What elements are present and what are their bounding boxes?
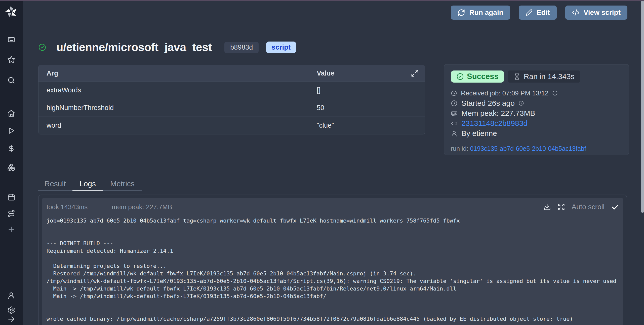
view-script-button[interactable]: View script (565, 6, 627, 20)
window-top-strip (0, 0, 644, 1)
page-title: u/etienne/microsoft_java_test (56, 41, 212, 54)
tab-logs[interactable]: Logs (72, 176, 103, 191)
run-id-link[interactable]: 0193c135-ab7d-60e5-2b10-04b5ac13fabf (470, 145, 586, 152)
args-table: Arg Value extraWords [] highNumberThresh… (38, 65, 425, 134)
received-label: Received job: 07:09 PM 13/12 (461, 89, 548, 97)
user-icon[interactable] (7, 292, 15, 300)
sidebar (0, 0, 23, 325)
search-icon[interactable] (7, 76, 15, 84)
page-scrollbar[interactable] (641, 1, 644, 213)
collapse-arrow-icon[interactable] (7, 315, 15, 323)
run-again-label: Run again (469, 9, 503, 17)
star-icon[interactable] (7, 56, 15, 64)
auto-scroll-label: Auto scroll (572, 203, 605, 211)
script-kind-badge[interactable]: script (266, 42, 296, 53)
title-row: u/etienne/microsoft_java_test b8983d scr… (38, 40, 296, 55)
add-icon[interactable] (7, 225, 15, 233)
arg-name: highNumberThreshold (38, 104, 317, 112)
check-circle-icon (456, 73, 464, 80)
mem-peak-label: Mem peak: 227.73MB (461, 109, 535, 118)
runs-icon[interactable] (7, 127, 15, 135)
args-table-header: Arg Value (38, 65, 425, 81)
user-icon (451, 130, 458, 137)
triggered-by-label: By etienne (461, 129, 497, 138)
schedules-icon[interactable] (7, 193, 15, 201)
edit-button[interactable]: Edit (519, 6, 557, 20)
status-label: Success (467, 72, 499, 81)
status-panel: Success Ran in 14.343s Received job: 07:… (444, 64, 629, 155)
memory-icon (451, 110, 458, 117)
run-again-button[interactable]: Run again (451, 6, 510, 20)
log-header: took 14343ms mem peak: 227.7MB Auto scro… (42, 198, 623, 214)
edit-label: Edit (537, 9, 550, 17)
expand-args-icon[interactable] (411, 69, 419, 77)
expand-log-icon[interactable] (557, 203, 565, 211)
column-header-arg: Arg (38, 69, 317, 77)
hourglass-icon (514, 73, 520, 80)
download-log-icon[interactable] (543, 203, 551, 211)
routes-icon[interactable] (7, 209, 15, 218)
log-took: took 14343ms (47, 203, 88, 211)
info-icon[interactable] (552, 90, 558, 96)
status-badge: Success (451, 70, 504, 83)
tab-result[interactable]: Result (38, 176, 72, 191)
code-icon (572, 9, 580, 16)
script-hash-link[interactable]: 23131148c2b8983d (461, 119, 528, 128)
log-content[interactable]: job=0193c135-ab7d-60e5-2b10-04b5ac13fabf… (42, 214, 623, 323)
usage-icon[interactable] (7, 145, 15, 153)
success-check-circle-icon (38, 43, 46, 51)
column-header-value: Value (317, 69, 335, 77)
tab-content-container: took 14343ms mem peak: 227.7MB Auto scro… (38, 195, 627, 325)
received-row: Received job: 07:09 PM 13/12 (451, 88, 622, 98)
mem-peak-row: Mem peak: 227.73MB (451, 108, 622, 118)
result-tabs: Result Logs Metrics (38, 176, 142, 191)
started-row: Started 26s ago (451, 98, 622, 108)
pencil-icon (526, 9, 533, 16)
refresh-icon (458, 9, 465, 16)
started-label: Started 26s ago (461, 99, 515, 107)
auto-scroll-checkbox[interactable] (611, 203, 619, 211)
code-icon (451, 120, 458, 127)
arg-value: "clue" (317, 122, 334, 129)
view-script-label: View script (584, 9, 621, 17)
info-icon[interactable] (518, 100, 524, 106)
duration-chip: Ran in 14.343s (508, 70, 580, 83)
sidebar-divider (0, 23, 23, 23)
arg-value: 50 (317, 104, 324, 112)
table-row[interactable]: highNumberThreshold 50 (38, 99, 425, 117)
log-panel: took 14343ms mem peak: 227.7MB Auto scro… (42, 198, 623, 325)
log-mem-peak: mem peak: 227.7MB (112, 203, 172, 211)
run-id-row: run id: 0193c135-ab7d-60e5-2b10-04b5ac13… (451, 145, 622, 152)
apps-icon[interactable] (7, 36, 15, 44)
arg-value: [] (317, 86, 320, 94)
triggered-by-row: By etienne (451, 128, 622, 138)
home-icon[interactable] (7, 109, 15, 117)
log-actions: Auto scroll (543, 203, 619, 211)
resources-icon[interactable] (7, 163, 15, 171)
table-row[interactable]: word "clue" (38, 117, 425, 134)
windmill-logo-icon[interactable] (4, 5, 18, 19)
arg-name: extraWords (38, 86, 317, 94)
duration-label: Ran in 14.343s (524, 72, 575, 81)
sidebar-divider (0, 96, 23, 96)
script-hash-row: 23131148c2b8983d (451, 118, 622, 128)
run-id-label: run id: (451, 145, 468, 152)
hash-badge[interactable]: b8983d (224, 42, 259, 53)
arg-name: word (38, 122, 317, 129)
tab-metrics[interactable]: Metrics (103, 176, 142, 191)
toolbar: Run again Edit View script (451, 6, 627, 20)
clock-icon (451, 90, 457, 96)
table-row[interactable]: extraWords [] (38, 81, 425, 99)
settings-icon[interactable] (7, 306, 15, 314)
clock-icon (451, 100, 458, 107)
